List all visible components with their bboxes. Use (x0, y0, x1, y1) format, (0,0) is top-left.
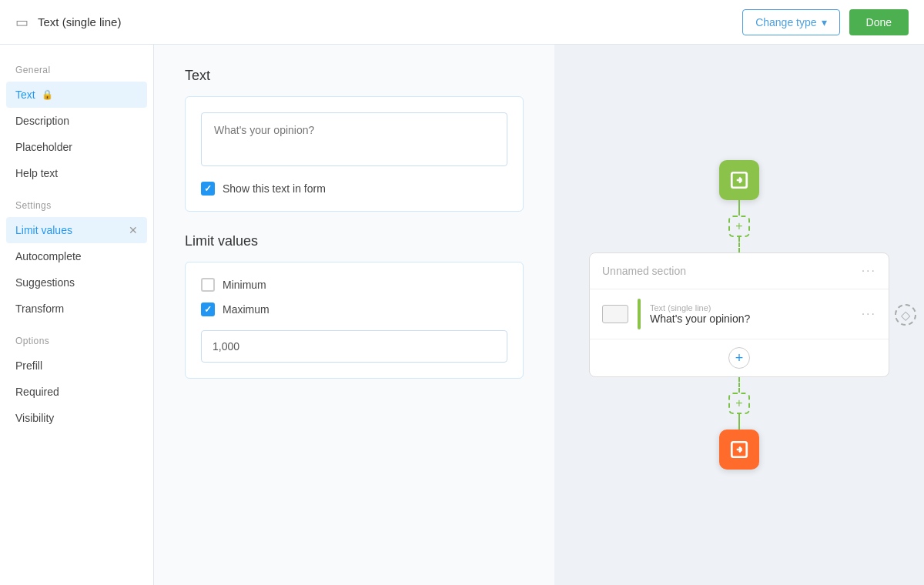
text-section-title: Text (185, 68, 524, 84)
flow-connector-2: + (728, 377, 750, 430)
sidebar: General Text 🔒 Description Placeholder H… (0, 45, 154, 585)
done-button[interactable]: Done (849, 9, 909, 35)
content-area: Text Show this text in form Limit values… (154, 45, 554, 585)
flow-line-2 (738, 414, 740, 430)
section-more-button[interactable]: ··· (862, 264, 876, 278)
sidebar-item-transform-label: Transform (15, 303, 64, 315)
chevron-down-icon: ▾ (822, 16, 827, 28)
field-more-button[interactable]: ··· (862, 307, 876, 321)
header-title: Text (single line) (38, 15, 121, 28)
sidebar-item-suggestions-label: Suggestions (15, 276, 75, 289)
limit-section-title: Limit values (185, 233, 524, 249)
sidebar-item-visibility[interactable]: Visibility (0, 405, 153, 431)
flow-add-inside-section[interactable]: + (728, 347, 750, 369)
text-input[interactable] (201, 112, 507, 166)
sidebar-item-text[interactable]: Text 🔒 (6, 82, 147, 108)
sidebar-item-autocomplete-label: Autocomplete (15, 250, 82, 262)
field-type-icon (602, 305, 628, 323)
text-panel: Show this text in form (185, 96, 524, 212)
flow-connector-1: + (728, 200, 750, 252)
flow-start-node[interactable] (719, 160, 759, 200)
flow-dashed-line-1 (738, 237, 740, 252)
limit-panel: Minimum Maximum (185, 262, 524, 379)
sidebar-item-description[interactable]: Description (0, 108, 153, 134)
section-card: Unnamed section ··· Text (single line) W… (589, 252, 889, 377)
green-accent (638, 299, 641, 329)
close-icon[interactable]: ✕ (129, 224, 138, 236)
sidebar-item-description-label: Description (15, 115, 69, 127)
field-value-label: What's your opinion? (650, 313, 852, 325)
sidebar-item-placeholder[interactable]: Placeholder (0, 134, 153, 160)
sidebar-item-transform[interactable]: Transform (0, 296, 153, 322)
lock-icon: 🔒 (42, 89, 53, 100)
general-group-label: General (0, 60, 153, 82)
minimum-label: Minimum (223, 279, 266, 291)
sidebar-item-autocomplete[interactable]: Autocomplete (0, 243, 153, 269)
section-name: Unnamed section (602, 265, 686, 277)
sidebar-item-limit-values[interactable]: Limit values ✕ (6, 217, 147, 243)
flow-add-btn-1[interactable]: + (728, 216, 750, 237)
flow-add-btn-2[interactable]: + (728, 393, 750, 414)
flow-end-node[interactable] (719, 430, 759, 470)
section-card-body: Text (single line) What's your opinion? … (590, 289, 889, 339)
sidebar-item-prefill-label: Prefill (15, 359, 42, 372)
options-group-label: Options (0, 331, 153, 353)
settings-group-label: Settings (0, 196, 153, 217)
sidebar-item-suggestions[interactable]: Suggestions (0, 269, 153, 296)
maximum-value-input[interactable] (201, 330, 507, 363)
header-field-icon: ▭ (15, 14, 28, 31)
flow-panel: + Unnamed section ··· Text (single line)… (554, 45, 924, 585)
sidebar-item-visibility-label: Visibility (15, 412, 54, 424)
flow-container: + Unnamed section ··· Text (single line)… (589, 160, 889, 470)
sidebar-item-limit-values-label: Limit values (15, 224, 72, 236)
section-card-footer: + (590, 339, 889, 376)
edge-arrow[interactable]: ◇ (895, 304, 916, 326)
sidebar-item-placeholder-label: Placeholder (15, 141, 72, 153)
maximum-row: Maximum (201, 303, 507, 316)
show-in-form-label: Show this text in form (223, 182, 326, 195)
sidebar-item-help-text-label: Help text (15, 167, 58, 179)
maximum-checkbox[interactable] (201, 303, 215, 316)
header: ▭ Text (single line) Change type ▾ Done (0, 0, 924, 45)
field-type-label: Text (single line) (650, 303, 852, 313)
sidebar-item-required-label: Required (15, 386, 59, 398)
maximum-label: Maximum (223, 303, 270, 316)
change-type-label: Change type (755, 16, 816, 28)
sidebar-item-prefill[interactable]: Prefill (0, 353, 153, 379)
field-info: Text (single line) What's your opinion? (650, 303, 852, 325)
sidebar-item-help-text[interactable]: Help text (0, 160, 153, 186)
sidebar-item-required[interactable]: Required (0, 379, 153, 405)
sidebar-item-text-label: Text (15, 89, 35, 101)
minimum-checkbox[interactable] (201, 278, 215, 292)
show-in-form-checkbox[interactable] (201, 182, 215, 196)
main-layout: General Text 🔒 Description Placeholder H… (0, 45, 924, 585)
flow-dashed-line-2 (738, 377, 740, 393)
flow-line-1 (738, 200, 740, 216)
show-in-form-row: Show this text in form (201, 182, 507, 196)
change-type-button[interactable]: Change type ▾ (742, 9, 839, 35)
minimum-row: Minimum (201, 278, 507, 292)
section-card-header: Unnamed section ··· (590, 253, 889, 289)
